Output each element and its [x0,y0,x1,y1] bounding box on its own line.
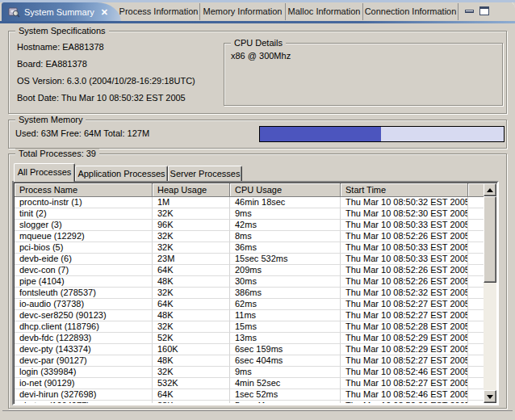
table-cell: 88K [153,401,230,403]
table-cell: pci-bios (5) [15,242,153,254]
minimize-icon [465,10,474,13]
memory-bar-fill [260,127,381,141]
table-cell: 13ms [230,333,341,344]
table-cell: Thu Mar 10 08:52:30 EST 2005 [341,208,468,220]
table-cell-filler [468,344,484,355]
table-row[interactable]: pci-bios (5)32K36msThu Mar 10 08:50:33 E… [15,242,484,254]
table-cell: devc-par (90127) [15,355,153,367]
system-specifications-group: System Specifications Hostname: EA881378… [8,31,507,114]
table-row[interactable]: login (339984)32K9msThu Mar 10 08:52:46 … [15,367,484,378]
table-cell: Thu Mar 10 08:52:46 EST 2005 [341,367,468,378]
table-cell: 6sec 404ms [230,355,341,367]
table-row[interactable]: mqueue (12292)32K8msThu Mar 10 08:52:26 … [15,231,484,242]
table-row[interactable]: procnto-instr (1)1M46min 18secThu Mar 10… [15,197,484,208]
table-cell: 64K [153,389,230,401]
table-cell: devb-fdc (122893) [15,333,153,344]
close-icon[interactable]: ✕ [101,8,108,16]
table-cell: Thu Mar 10 08:50:33 EST 2005 [341,242,468,254]
maximize-button[interactable] [479,6,491,16]
table-cell: 32K [153,231,230,242]
column-header-start-time[interactable]: Start Time [341,183,468,197]
view-tab-bar: System Summary ✕ Process Information Mem… [0,0,515,21]
tab-all-processes[interactable]: All Processes [14,163,75,182]
table-cell: devc-con (7) [15,265,153,276]
table-cell: 23M [153,254,230,265]
tab-malloc-information[interactable]: Malloc Information [285,3,362,20]
table-row[interactable]: slogger (3)96K42msThu Mar 10 08:50:33 ES… [15,220,484,231]
table-cell: 1M [153,197,230,208]
process-table-body: procnto-instr (1)1M46min 18secThu Mar 10… [15,197,484,403]
system-summary-view: System Summary ✕ Process Information Mem… [0,0,515,420]
table-cell: tinit (2) [15,208,153,220]
table-cell: io-net (90129) [15,378,153,389]
table-row[interactable]: devb-eide (6)23M15sec 532msThu Mar 10 08… [15,254,484,265]
table-cell: devc-ser8250 (90123) [15,310,153,321]
table-cell: Thu Mar 10 08:52:26 EST 2005 [341,231,468,242]
tab-server-processes[interactable]: Server Processes [168,166,242,182]
memory-usage-text: Used: 63M Free: 64M Total: 127M [15,128,149,138]
scrollbar-thumb[interactable] [484,196,496,283]
table-cell: 9ms [230,367,341,378]
table-cell: io-audio (73738) [15,299,153,310]
table-row[interactable]: photon (1064977)88K5sec 41msThu Mar 10 0… [15,401,484,403]
vertical-scrollbar[interactable] [484,183,496,403]
table-row[interactable]: devc-pty (143374)160K6sec 159msThu Mar 1… [15,344,484,355]
tab-system-summary[interactable]: System Summary ✕ [2,2,121,22]
table-cell: 11ms [230,310,341,321]
table-row[interactable]: devc-par (90127)48K6sec 404msThu Mar 10 … [15,355,484,367]
table-row[interactable]: tinit (2)32K9msThu Mar 10 08:52:30 EST 2… [15,208,484,220]
tab-application-processes[interactable]: Application Processes [75,166,168,182]
table-cell: 48K [153,276,230,288]
tab-connection-information[interactable]: Connection Information [362,3,458,20]
scroll-down-button[interactable] [484,390,496,403]
tab-memory-information[interactable]: Memory Information [199,3,285,20]
table-row[interactable]: devi-hirun (327698)64K1sec 52msThu Mar 1… [15,389,484,401]
table-row[interactable]: devc-ser8250 (90123)48K11msThu Mar 10 08… [15,310,484,321]
table-cell: dhcp.client (118796) [15,321,153,333]
table-cell: 15ms [230,321,341,333]
table-cell: Thu Mar 10 08:52:27 EST 2005 [341,378,468,389]
board-text: Board: EA881378 [17,59,87,69]
os-version-text: OS Version: 6.3.0 (2004/10/28-16:29:18UT… [17,76,195,86]
active-tab-underline [0,21,515,23]
table-row[interactable]: io-net (90129)532K4min 52secThu Mar 10 0… [15,378,484,389]
table-cell: Thu Mar 10 08:52:26 EST 2005 [341,276,468,288]
table-row[interactable]: fontsleuth (278537)32K386msThu Mar 10 08… [15,288,484,299]
tab-process-information[interactable]: Process Information [118,3,199,20]
table-cell: Thu Mar 10 08:52:27 EST 2005 [341,355,468,367]
table-cell: mqueue (12292) [15,231,153,242]
table-row[interactable]: pipe (4104)48K30msThu Mar 10 08:52:26 ES… [15,276,484,288]
table-cell: 30ms [230,276,341,288]
table-cell-filler [468,378,484,389]
table-cell: 532K [153,378,230,389]
table-row[interactable]: dhcp.client (118796)32K15msThu Mar 10 08… [15,321,484,333]
table-cell: Thu Mar 10 08:50:32 EST 2005 [341,197,468,208]
table-row[interactable]: devb-fdc (122893)52K13msThu Mar 10 08:52… [15,333,484,344]
table-row[interactable]: devc-con (7)64K209msThu Mar 10 08:52:26 … [15,265,484,276]
total-processes-group: Total Processes: 39 All Processes Applic… [8,153,507,409]
table-cell-filler [468,299,484,310]
table-cell: 5sec 41ms [230,401,341,403]
table-cell: Thu Mar 10 08:52:30 EST 2005 [341,401,468,403]
table-cell: Thu Mar 10 08:52:26 EST 2005 [341,265,468,276]
group-title: Total Processes: 39 [15,149,99,158]
table-cell: Thu Mar 10 08:52:27 EST 2005 [341,310,468,321]
table-cell: login (339984) [15,367,153,378]
minimize-button[interactable] [464,6,475,16]
arrow-down-icon [487,395,493,399]
column-header-process-name[interactable]: Process Name [15,183,153,197]
column-header-heap-usage[interactable]: Heap Usage [153,183,230,197]
table-cell: Thu Mar 10 08:52:32 EST 2005 [341,288,468,299]
table-cell-filler [468,242,484,254]
table-cell: 32K [153,208,230,220]
table-row[interactable]: io-audio (73738)64K62msThu Mar 10 08:52:… [15,299,484,310]
scroll-up-button[interactable] [484,183,496,196]
table-cell-filler [468,220,484,231]
table-cell-filler [468,321,484,333]
table-cell: Thu Mar 10 08:52:28 EST 2005 [341,321,468,333]
table-cell-filler [468,401,484,403]
table-cell: procnto-instr (1) [15,197,153,208]
table-cell: 64K [153,265,230,276]
column-header-cpu-usage[interactable]: CPU Usage [230,183,341,197]
table-cell-filler [468,254,484,265]
